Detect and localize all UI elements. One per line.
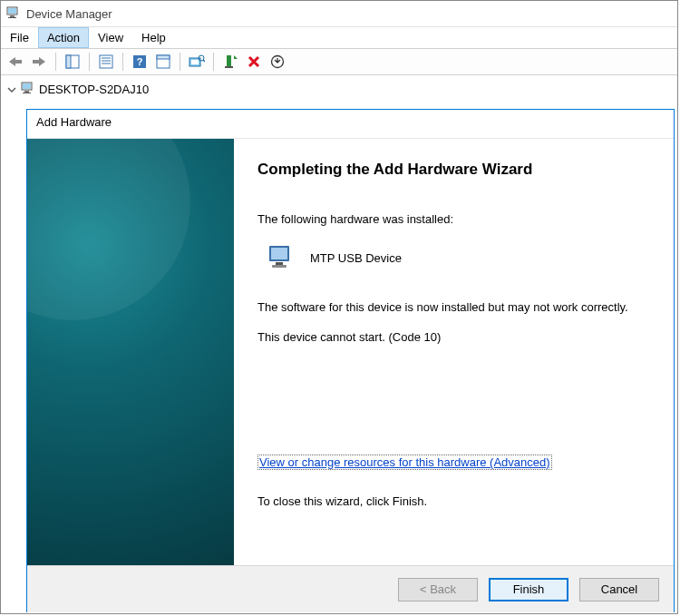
forward-icon[interactable] <box>28 51 50 73</box>
computer-icon <box>21 81 35 98</box>
add-hardware-wizard: Add Hardware Completing the Add Hardware… <box>26 109 675 612</box>
finish-button[interactable]: Finish <box>489 578 568 601</box>
menu-view[interactable]: View <box>89 27 132 48</box>
toolbar-separator <box>122 53 123 71</box>
wizard-content: Completing the Add Hardware Wizard The f… <box>234 139 674 565</box>
svg-rect-2 <box>10 15 15 17</box>
device-error-message: This device cannot start. (Code 10) <box>257 329 650 346</box>
toolbar-separator <box>55 53 56 71</box>
device-tree: DESKTOP-S2DAJ10 <box>1 75 677 103</box>
chevron-down-icon[interactable] <box>6 84 17 95</box>
wizard-heading: Completing the Add Hardware Wizard <box>257 161 650 179</box>
uninstall-icon[interactable] <box>243 51 265 73</box>
svg-text:?: ? <box>137 56 143 67</box>
svg-rect-29 <box>276 262 283 265</box>
installed-device-name: MTP USB Device <box>310 251 402 265</box>
svg-rect-1 <box>8 8 16 14</box>
tree-root-label: DESKTOP-S2DAJ10 <box>39 83 149 96</box>
toolbar-separator <box>213 53 214 71</box>
cancel-button[interactable]: Cancel <box>579 578 659 601</box>
properties-icon[interactable] <box>95 51 117 73</box>
toolbar: ? <box>1 48 677 75</box>
svg-rect-21 <box>225 66 233 68</box>
installed-device-row: MTP USB Device <box>267 242 650 274</box>
tree-root-row[interactable]: DESKTOP-S2DAJ10 <box>6 81 672 98</box>
wizard-sidebar-graphic <box>27 139 234 565</box>
menu-action[interactable]: Action <box>38 27 89 48</box>
svg-rect-25 <box>24 91 29 93</box>
scan-hardware-icon[interactable] <box>186 51 208 73</box>
svg-rect-8 <box>100 55 112 68</box>
details-icon[interactable] <box>152 51 174 73</box>
svg-rect-24 <box>23 83 31 89</box>
menu-help[interactable]: Help <box>132 27 175 48</box>
svg-rect-30 <box>272 265 287 268</box>
svg-rect-17 <box>191 60 199 64</box>
window-titlebar: Device Manager <box>1 1 677 26</box>
svg-rect-26 <box>23 93 31 93</box>
svg-rect-20 <box>227 55 231 66</box>
advanced-resources-link[interactable]: View or change resources for this hardwa… <box>257 455 552 470</box>
wizard-footer: < Back Finish Cancel <box>27 565 674 612</box>
svg-rect-7 <box>66 55 71 68</box>
svg-line-19 <box>203 60 205 62</box>
svg-rect-3 <box>8 17 16 18</box>
svg-rect-15 <box>157 55 170 59</box>
help-icon[interactable]: ? <box>129 51 151 73</box>
close-instruction: To close this wizard, click Finish. <box>257 494 650 510</box>
menu-bar: File Action View Help <box>1 26 677 48</box>
wizard-body: Completing the Add Hardware Wizard The f… <box>27 139 674 565</box>
show-hide-tree-icon[interactable] <box>62 51 83 73</box>
svg-rect-4 <box>15 60 22 64</box>
wizard-title: Add Hardware <box>27 110 674 139</box>
svg-rect-28 <box>271 248 287 259</box>
add-legacy-hardware-icon[interactable] <box>219 51 241 73</box>
toolbar-separator <box>180 53 180 71</box>
update-driver-icon[interactable] <box>267 51 288 73</box>
menu-file[interactable]: File <box>1 27 38 48</box>
computer-icon <box>6 5 26 23</box>
window-title: Device Manager <box>26 7 112 21</box>
monitor-device-icon <box>267 242 296 274</box>
svg-rect-5 <box>33 60 39 64</box>
installed-label: The following hardware was installed: <box>257 211 650 228</box>
software-status-message: The software for this device is now inst… <box>257 299 650 316</box>
back-button[interactable]: < Back <box>398 578 478 601</box>
toolbar-separator <box>89 53 90 71</box>
back-icon[interactable] <box>5 51 26 73</box>
